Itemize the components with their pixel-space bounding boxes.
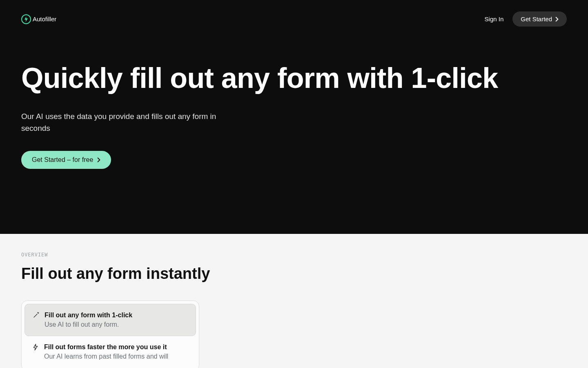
nav-right: Sign In Get Started (485, 11, 567, 27)
hero-content: Quickly fill out any form with 1-click O… (21, 38, 567, 169)
hero-cta-button[interactable]: Get Started – for free (21, 151, 111, 169)
feature-desc: Use AI to fill out any form. (45, 320, 188, 329)
feature-title: Fill out forms faster the more you use i… (44, 343, 189, 352)
chevron-right-icon (97, 157, 100, 162)
get-started-nav-label: Get Started (521, 16, 552, 22)
feature-item-1click[interactable]: Fill out any form with 1-click Use AI to… (24, 304, 196, 336)
sign-in-link[interactable]: Sign In (485, 16, 504, 22)
hero-title: Quickly fill out any form with 1-click (21, 63, 567, 94)
hero-subtitle: Our AI uses the data you provide and fil… (21, 110, 234, 135)
get-started-nav-button[interactable]: Get Started (512, 11, 567, 27)
hero-cta-label: Get Started – for free (32, 156, 93, 164)
feature-desc: Our AI learns from past filled forms and… (44, 352, 189, 361)
feature-item-faster[interactable]: Fill out forms faster the more you use i… (24, 336, 196, 368)
overview-label: OVERVIEW (21, 252, 567, 258)
hero-section: Autofiller Sign In Get Started Quickly f… (0, 0, 588, 234)
overview-section: OVERVIEW Fill out any form instantly Fil… (0, 234, 588, 368)
feature-text: Fill out forms faster the more you use i… (44, 343, 189, 361)
brand-name: Autofiller (33, 16, 56, 22)
wand-icon (32, 312, 40, 319)
feature-text: Fill out any form with 1-click Use AI to… (45, 311, 188, 329)
top-nav: Autofiller Sign In Get Started (21, 0, 567, 38)
chevron-right-icon (555, 17, 559, 22)
overview-heading: Fill out any form instantly (21, 265, 567, 283)
bolt-circle-icon (21, 14, 31, 24)
brand-logo[interactable]: Autofiller (21, 14, 56, 24)
feature-panel: Fill out any form with 1-click Use AI to… (21, 301, 199, 368)
feature-title: Fill out any form with 1-click (45, 311, 188, 320)
bolt-icon (32, 343, 39, 351)
